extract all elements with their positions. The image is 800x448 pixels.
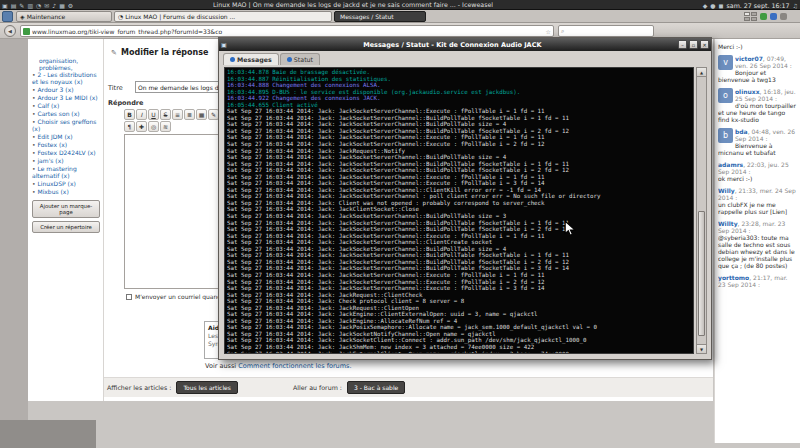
sidebar-category-link[interactable]: jam's (x) (32, 157, 100, 164)
mail-icon[interactable]: ✉ (44, 1, 49, 10)
log-scrollbar[interactable]: ▲ ▼ (696, 67, 707, 354)
chat-user-link[interactable]: Willy (718, 187, 739, 194)
chat-message[interactable]: Merci :-) (718, 43, 797, 50)
network-tray-icon[interactable]: ◆ (703, 1, 708, 10)
scrollbar-thumb[interactable] (698, 211, 705, 336)
format-button[interactable]: I (136, 109, 147, 120)
sidebar-category-link[interactable]: Cartes son (x) (32, 110, 100, 117)
jack-window-title: Messages / Statut - Kit de Connexion Aud… (229, 41, 676, 49)
chat-user-link[interactable]: victor07 (735, 55, 767, 62)
sidebar-category-link[interactable]: Ardour 3 (x) (32, 86, 100, 93)
applications-menu-icon[interactable]: ▣ (2, 1, 8, 10)
tray-status-icon-blue[interactable] (780, 13, 787, 20)
minimize-button[interactable]: – (678, 40, 687, 49)
taskbar-window-button[interactable]: ◔ Linux MAO | Forums de discussion ... (114, 11, 332, 22)
sidebar-category-link[interactable]: Fostex (x) (32, 141, 100, 148)
taskbar-launcher-icon[interactable] (2, 11, 13, 22)
desktop-screen: ▣ ▤ ✎ ▥ ◔ ✉ ♪ ▦ ⚙ Linux MAO | On me dema… (0, 0, 800, 448)
bookmark-star-icon[interactable]: ☆ (546, 28, 551, 35)
audio-player-icon[interactable]: ♪ (52, 1, 56, 10)
format-button[interactable]: ≣ (184, 109, 195, 120)
filter-articles-select[interactable]: Tous les articles (176, 381, 238, 394)
chat-message[interactable]: Willy21:33, mer. 24 Sep 2014 : un clubFX… (718, 187, 797, 215)
close-button[interactable]: ✕ (700, 40, 709, 49)
log-line: Sat Sep 27 16:03:44 2014: Jack: JackExte… (227, 351, 691, 354)
mixer-icon[interactable]: ▦ (59, 1, 65, 10)
tray-status-icon-red[interactable] (760, 13, 767, 20)
sidebar-action-button[interactable]: Ajouter un marque-page (32, 200, 100, 218)
chat-message[interactable]: o olinuxx16:18, jeu. 25 Sep 2014 : d'où … (718, 88, 797, 123)
chat-user-link[interactable]: bda (735, 128, 751, 135)
shoutbox: Merci :-) v victor0707:49, ven. 26 Sep 2… (714, 39, 800, 443)
site-favicon-icon (23, 28, 30, 35)
jack-window-titlebar[interactable]: ▣ Messages / Statut - Kit de Connexion A… (219, 38, 711, 51)
url-text[interactable]: www.linuxmao.org/tiki-view_forum_thread.… (32, 28, 544, 35)
chat-message[interactable]: b bda04:48, ven. 26 Sep 2014 : Bienvenue… (718, 128, 797, 156)
jack-log-output[interactable]: 16:03:44.878 Baie de brassage désactivée… (224, 67, 694, 354)
sidebar-category-link[interactable]: Edit JDM (x) (32, 133, 100, 140)
avatar[interactable]: v (718, 55, 733, 70)
format-button[interactable]: ≋ (160, 121, 171, 132)
format-button[interactable]: ✚ (136, 121, 147, 132)
sidebar-category-link[interactable]: Choisir ses greffons (x) (32, 118, 100, 132)
sidebar-action-button[interactable]: Créer un répertoire (32, 221, 100, 233)
taskbar-window-button[interactable]: Messages / Statut (334, 11, 426, 22)
file-manager-icon[interactable]: ▥ (27, 1, 33, 10)
back-button[interactable]: ◀ (4, 25, 16, 37)
format-button[interactable]: ▦ (196, 109, 207, 120)
see-also-link[interactable]: Comment fonctionnent les forums. (238, 362, 351, 370)
taskbar-window-button[interactable]: ◈ Maintenance (16, 11, 112, 22)
terminal-icon[interactable]: ▤ (11, 1, 17, 10)
goto-forum-select[interactable]: 3 - Bac à sable (347, 381, 405, 394)
format-button[interactable]: ◎ (148, 121, 159, 132)
top-panel: ▣ ▤ ✎ ▥ ◔ ✉ ♪ ▦ ⚙ Linux MAO | On me dema… (0, 0, 800, 10)
chat-message[interactable]: v victor0707:49, ven. 26 Sep 2014 : Bonj… (718, 55, 797, 83)
settings-icon[interactable]: ⚙ (68, 1, 73, 10)
avatar[interactable]: o (718, 88, 733, 103)
sidebar-category-link[interactable]: Le mastering alternatif (x) (32, 165, 100, 179)
chat-message[interactable]: Willty23:28, mar. 23 Sep 2014 : @syberia… (718, 220, 797, 269)
volume-icon[interactable]: ♫ (793, 1, 798, 10)
format-button[interactable]: S (160, 109, 171, 120)
sidebar-link-fragment[interactable]: problèmes, (39, 64, 100, 71)
chat-user-link[interactable]: olinuxx (735, 88, 763, 95)
sidebar-category-link[interactable]: 2 - Les distributions et les noyaux (x) (32, 71, 100, 85)
tray-status-icon-green[interactable] (770, 13, 777, 20)
sidebar-category-link[interactable]: LinuxDSP (x) (32, 180, 100, 187)
sidebar-category-link[interactable]: Calf (x) (32, 102, 100, 109)
avatar[interactable]: b (718, 128, 733, 143)
workspace-pager[interactable] (744, 12, 757, 21)
text-editor-icon[interactable]: ✎ (19, 1, 24, 10)
jack-tray-icon[interactable]: ◼ (719, 1, 724, 10)
jack-tab[interactable]: Messages (223, 53, 279, 65)
sidebar-link-fragment[interactable]: organisation, (39, 57, 100, 64)
url-bar[interactable]: www.linuxmao.org/tiki-view_forum_thread.… (20, 25, 554, 37)
scroll-down-icon[interactable]: ▼ (697, 344, 706, 353)
format-button[interactable]: ≡ (172, 109, 183, 120)
chat-user-link[interactable]: adamrs (718, 161, 747, 168)
maximize-button[interactable]: ▫ (689, 40, 698, 49)
tray-status-icon-gray[interactable] (790, 13, 797, 20)
browser-icon[interactable]: ◔ (36, 1, 41, 10)
jack-tab[interactable]: Statut (280, 53, 320, 65)
chat-message[interactable]: yorttomo21:17, mar. 23 Sep 2014 : (718, 274, 797, 288)
forum-sidebar: organisation,problèmes, 2 - Les distribu… (28, 39, 104, 401)
format-button[interactable]: B (124, 109, 135, 120)
tab-icon (230, 57, 235, 62)
sidebar-category-link[interactable]: Fostex D2424LV (x) (32, 149, 100, 156)
sidebar-category-link[interactable]: Ardour 3 Le MIDI (x) (32, 94, 100, 101)
chat-message[interactable]: adamrs22:03, jeu. 25 Sep 2014 : ok merci… (718, 161, 797, 182)
search-input[interactable]: ⌕ (558, 25, 654, 37)
scroll-up-icon[interactable]: ▲ (697, 68, 706, 77)
format-button[interactable]: ¶ (124, 121, 135, 132)
format-button[interactable]: U (148, 109, 159, 120)
chat-user-link[interactable]: Willty (718, 220, 741, 227)
chat-user-link[interactable]: yorttomo (718, 274, 753, 281)
clock[interactable]: sam. 27 sept. 16:17 (727, 2, 790, 9)
taskbar-window-label: Maintenance (27, 13, 66, 20)
update-tray-icon[interactable]: ● (710, 1, 715, 10)
reply-section-label: Répondre (108, 99, 143, 107)
edit-icon: ✎ (111, 49, 117, 57)
sidebar-category-link[interactable]: Mixbus (x) (32, 188, 100, 195)
email-notify-checkbox[interactable] (126, 294, 132, 300)
